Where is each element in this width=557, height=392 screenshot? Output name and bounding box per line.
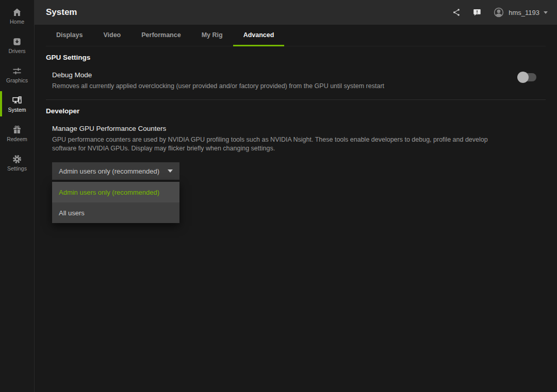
debug-mode-label: Debug Mode [52,71,507,79]
toggle-knob [517,72,529,83]
drivers-icon [12,37,22,47]
top-bar: System hms_1193 [35,0,557,25]
sidebar-item-label: Home [10,19,24,25]
perf-counters-select[interactable]: Admin users only (recommended) [52,162,179,180]
tab-displays[interactable]: Displays [46,25,93,46]
graphics-icon [12,66,22,76]
sidebar-item-label: Drivers [8,48,25,54]
page-title: System [46,7,452,18]
debug-mode-description: Removes all currently applied overclocki… [52,82,498,91]
sidebar-item-redeem[interactable]: Redeem [0,118,34,148]
sidebar-item-label: Settings [7,166,27,172]
debug-mode-row: Debug Mode Removes all currently applied… [46,71,546,91]
settings-icon [12,154,22,164]
gpu-settings-heading: GPU Settings [46,54,546,61]
main-area: System hms_1193 [35,0,557,392]
feedback-icon[interactable] [472,8,482,17]
perf-counters-dropdown: Admin users only (recommended) Admin use… [52,162,179,180]
sidebar-item-graphics[interactable]: Graphics [0,60,34,89]
sidebar-item-settings[interactable]: Settings [0,148,34,177]
dropdown-menu: Admin users only (recommended) All users [52,182,179,223]
sidebar-item-label: System [8,107,26,113]
sidebar-item-home[interactable]: Home [0,1,34,30]
redeem-icon [12,125,22,135]
perf-counters-row: Manage GPU Performance Counters GPU perf… [46,125,546,153]
selected-value: Admin users only (recommended) [59,167,159,175]
tab-bar: Displays Video Performance My Rig Advanc… [46,25,546,46]
share-icon[interactable] [452,8,461,17]
user-avatar [493,7,504,18]
user-menu[interactable]: hms_1193 [493,7,548,18]
sidebar-item-drivers[interactable]: Drivers [0,30,34,60]
tab-performance[interactable]: Performance [131,25,191,46]
developer-heading: Developer [46,107,546,115]
section-divider [46,99,546,100]
chevron-down-icon [168,169,173,173]
sidebar-item-label: Graphics [6,78,28,83]
username-label: hms_1193 [509,9,539,16]
chevron-down-icon [544,11,548,14]
sidebar-item-label: Redeem [7,137,27,142]
dropdown-option-all-users[interactable]: All users [52,202,179,223]
tab-my-rig[interactable]: My Rig [191,25,233,46]
home-icon [12,7,22,18]
tab-advanced[interactable]: Advanced [233,25,285,46]
system-icon [12,95,22,106]
tab-video[interactable]: Video [93,25,131,46]
sidebar: Home Drivers Graphics System Redeem [0,0,35,392]
system-settings-content: Displays Video Performance My Rig Advanc… [35,25,557,392]
perf-counters-description: GPU performance counters are used by NVI… [52,135,498,153]
nvidia-app-window: Home Drivers Graphics System Redeem [0,0,557,392]
top-bar-actions: hms_1193 [452,7,548,18]
dropdown-option-admin-only[interactable]: Admin users only (recommended) [52,182,179,202]
perf-counters-label: Manage GPU Performance Counters [52,125,546,132]
debug-mode-toggle[interactable] [518,73,536,82]
sidebar-item-system[interactable]: System [0,89,34,118]
